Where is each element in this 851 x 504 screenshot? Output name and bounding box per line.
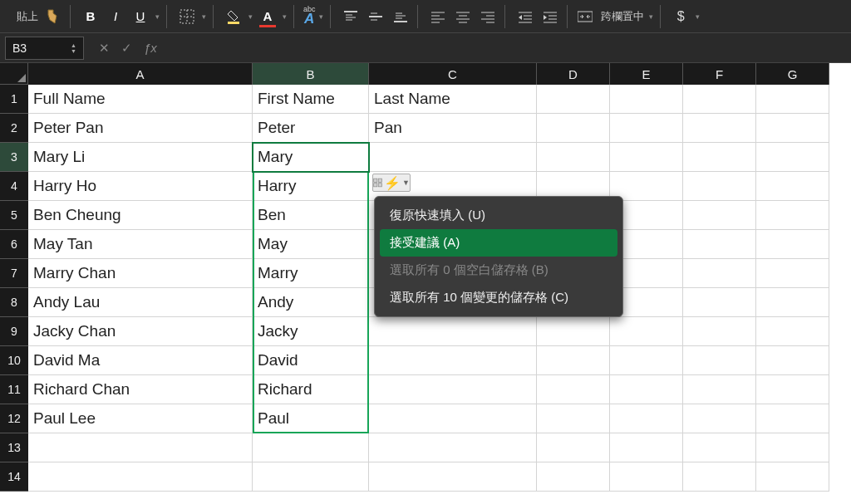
cell-B1[interactable]: First Name xyxy=(253,85,369,114)
cell-F10[interactable] xyxy=(683,346,756,375)
cell-A12[interactable]: Paul Lee xyxy=(28,404,253,433)
cell-F4[interactable] xyxy=(683,172,756,201)
cell-D9[interactable] xyxy=(537,317,610,346)
cell-F12[interactable] xyxy=(683,404,756,433)
align-left-button[interactable] xyxy=(428,7,448,27)
cell-A5[interactable]: Ben Cheung xyxy=(28,201,253,230)
merge-center-button[interactable]: 跨欄置中 xyxy=(578,7,644,27)
cell-B5[interactable]: Ben xyxy=(253,201,369,230)
cell-G1[interactable] xyxy=(756,85,829,114)
cell-B7[interactable]: Marry xyxy=(253,259,369,288)
cell-E3[interactable] xyxy=(610,143,683,172)
cell-F7[interactable] xyxy=(683,259,756,288)
cell-F3[interactable] xyxy=(683,143,756,172)
cell-D13[interactable] xyxy=(537,433,610,462)
align-middle-button[interactable] xyxy=(366,7,386,27)
cell-D10[interactable] xyxy=(537,346,610,375)
currency-button[interactable]: $ xyxy=(671,7,691,27)
cell-A1[interactable]: Full Name xyxy=(28,85,253,114)
cell-G3[interactable] xyxy=(756,143,829,172)
align-top-button[interactable] xyxy=(341,7,361,27)
cell-A2[interactable]: Peter Pan xyxy=(28,114,253,143)
cell-C3[interactable] xyxy=(369,143,537,172)
cell-C1[interactable]: Last Name xyxy=(369,85,537,114)
row-header-10[interactable]: 10 xyxy=(0,346,28,375)
cell-A7[interactable]: Marry Chan xyxy=(28,259,253,288)
cell-G11[interactable] xyxy=(756,375,829,404)
row-header-14[interactable]: 14 xyxy=(0,462,28,492)
cell-E9[interactable] xyxy=(610,317,683,346)
cell-G8[interactable] xyxy=(756,288,829,317)
column-header-A[interactable]: A xyxy=(28,63,253,85)
confirm-icon[interactable]: ✓ xyxy=(121,41,132,56)
name-box-stepper[interactable]: ▲▼ xyxy=(71,42,76,54)
cell-F14[interactable] xyxy=(683,462,756,492)
cell-B10[interactable]: David xyxy=(253,346,369,375)
font-color-button[interactable]: A xyxy=(258,7,278,27)
cell-C9[interactable] xyxy=(369,317,537,346)
cell-D14[interactable] xyxy=(537,462,610,492)
row-header-13[interactable]: 13 xyxy=(0,433,28,462)
fill-color-button[interactable] xyxy=(224,7,243,27)
cell-B9[interactable]: Jacky xyxy=(253,317,369,346)
name-box[interactable]: B3 ▲▼ xyxy=(5,37,84,60)
row-header-5[interactable]: 5 xyxy=(0,201,28,230)
cell-G14[interactable] xyxy=(756,462,829,492)
row-header-9[interactable]: 9 xyxy=(0,317,28,346)
row-header-3[interactable]: 3 xyxy=(0,143,28,172)
menu-undo-flash-fill[interactable]: 復原快速填入 (U) xyxy=(380,202,617,229)
cell-G4[interactable] xyxy=(756,172,829,201)
cell-F8[interactable] xyxy=(683,288,756,317)
row-header-12[interactable]: 12 xyxy=(0,404,28,433)
cell-B14[interactable] xyxy=(253,462,369,492)
cell-A13[interactable] xyxy=(28,433,253,462)
cell-A10[interactable]: David Ma xyxy=(28,346,253,375)
cell-B11[interactable]: Richard xyxy=(253,375,369,404)
border-button[interactable] xyxy=(177,7,197,27)
cell-E14[interactable] xyxy=(610,462,683,492)
italic-button[interactable]: I xyxy=(106,7,125,27)
cell-E12[interactable] xyxy=(610,404,683,433)
column-header-B[interactable]: B xyxy=(253,63,369,85)
cell-D12[interactable] xyxy=(537,404,610,433)
cell-E1[interactable] xyxy=(610,85,683,114)
row-header-1[interactable]: 1 xyxy=(0,85,28,114)
select-all-corner[interactable] xyxy=(0,63,28,85)
row-header-6[interactable]: 6 xyxy=(0,230,28,259)
cell-D2[interactable] xyxy=(537,114,610,143)
cell-B13[interactable] xyxy=(253,433,369,462)
cell-F11[interactable] xyxy=(683,375,756,404)
cell-C2[interactable]: Pan xyxy=(369,114,537,143)
cell-G10[interactable] xyxy=(756,346,829,375)
cell-G2[interactable] xyxy=(756,114,829,143)
increase-indent-button[interactable] xyxy=(540,7,560,27)
cell-F1[interactable] xyxy=(683,85,756,114)
cell-F9[interactable] xyxy=(683,317,756,346)
cell-D1[interactable] xyxy=(537,85,610,114)
cell-D11[interactable] xyxy=(537,375,610,404)
underline-button[interactable]: U xyxy=(130,7,150,27)
align-center-button[interactable] xyxy=(453,7,473,27)
cell-E13[interactable] xyxy=(610,433,683,462)
row-header-11[interactable]: 11 xyxy=(0,375,28,404)
row-header-2[interactable]: 2 xyxy=(0,114,28,143)
cell-B12[interactable]: Paul xyxy=(253,404,369,433)
align-bottom-button[interactable] xyxy=(391,7,411,27)
bold-button[interactable]: B xyxy=(81,7,101,27)
cell-A14[interactable] xyxy=(28,462,253,492)
align-right-button[interactable] xyxy=(478,7,498,27)
cell-F2[interactable] xyxy=(683,114,756,143)
flash-fill-options-button[interactable]: ⚡ ▼ xyxy=(372,174,411,192)
cell-E11[interactable] xyxy=(610,375,683,404)
cell-C11[interactable] xyxy=(369,375,537,404)
cell-A9[interactable]: Jacky Chan xyxy=(28,317,253,346)
cell-G6[interactable] xyxy=(756,230,829,259)
row-header-7[interactable]: 7 xyxy=(0,259,28,288)
fx-icon[interactable]: ƒx xyxy=(144,41,157,55)
cell-B4[interactable]: Harry xyxy=(253,172,369,201)
cell-E2[interactable] xyxy=(610,114,683,143)
cell-G12[interactable] xyxy=(756,404,829,433)
cell-A8[interactable]: Andy Lau xyxy=(28,288,253,317)
cell-C10[interactable] xyxy=(369,346,537,375)
cell-A4[interactable]: Harry Ho xyxy=(28,172,253,201)
